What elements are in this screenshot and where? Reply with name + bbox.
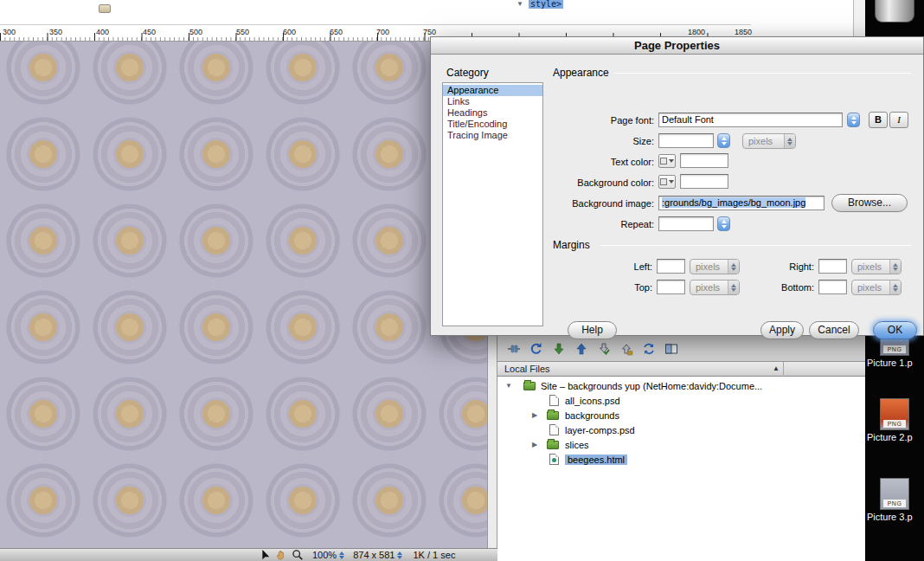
hand-tool-icon[interactable] xyxy=(274,549,287,561)
repeat-stepper[interactable] xyxy=(717,216,730,231)
margin-top-unit-combo[interactable]: pixels xyxy=(690,280,740,295)
png-file-icon: PNG xyxy=(880,478,909,510)
tree-row-label: slices xyxy=(565,440,589,450)
text-color-well[interactable] xyxy=(658,154,676,168)
ruler-number: 400 xyxy=(96,28,109,36)
tree-row-html-selected[interactable]: beegees.html xyxy=(497,452,865,467)
document-canvas[interactable] xyxy=(0,42,487,548)
text-color-field[interactable] xyxy=(680,153,728,168)
tree-row-folder[interactable]: ▶ slices xyxy=(497,437,865,452)
margin-top-label: Top: xyxy=(552,282,652,293)
tree-row-site[interactable]: ▼ Site – backgrounds yup (NetHome:davidy… xyxy=(497,378,865,393)
ok-button[interactable]: OK xyxy=(873,321,917,339)
margin-right-unit-combo[interactable]: pixels xyxy=(851,259,902,274)
site-connect-icon[interactable] xyxy=(506,341,521,356)
window-size-select[interactable]: 874 x 581 xyxy=(353,550,402,560)
local-files-header-label: Local Files xyxy=(504,364,550,374)
ruler-number: 650 xyxy=(330,28,343,36)
apply-button[interactable]: Apply xyxy=(760,321,804,339)
tree-row-folder[interactable]: ▶ backgrounds xyxy=(497,408,865,422)
page-font-field[interactable]: Default Font xyxy=(658,113,843,127)
dialog-body: Category Appearance Links Headings Title… xyxy=(431,55,923,335)
browse-button[interactable]: Browse... xyxy=(831,194,908,212)
unit-value: pixels xyxy=(857,282,882,293)
size-stepper[interactable] xyxy=(717,133,730,148)
synchronize-icon[interactable] xyxy=(641,341,656,356)
local-files-column-header[interactable]: Local Files ▲ xyxy=(497,362,865,377)
italic-button[interactable]: I xyxy=(889,112,908,128)
ruler-number: 350 xyxy=(49,28,62,36)
background-color-label: Background color: xyxy=(483,177,654,188)
bold-button[interactable]: B xyxy=(869,112,888,128)
folder-icon xyxy=(547,411,559,420)
page-font-stepper[interactable] xyxy=(847,113,860,127)
check-out-icon[interactable] xyxy=(596,341,611,356)
download-stats: 1K / 1 sec xyxy=(413,550,455,560)
code-scrollbar[interactable] xyxy=(853,0,865,36)
disclosure-closed-icon[interactable]: ▶ xyxy=(530,441,539,448)
size-unit-combo[interactable]: pixels xyxy=(742,133,796,149)
get-files-icon[interactable] xyxy=(551,341,566,356)
zoom-level-select[interactable]: 100% xyxy=(312,550,344,560)
background-image-field[interactable]: :grounds/bg_images/bg_moon.jpg xyxy=(658,196,825,210)
files-tree: ▼ Site – backgrounds yup (NetHome:davidy… xyxy=(497,378,865,467)
zoom-level-value: 100% xyxy=(312,550,337,560)
section-divider xyxy=(614,73,911,74)
dialog-title: Page Properties xyxy=(431,37,923,55)
margin-left-unit-combo[interactable]: pixels xyxy=(690,259,740,274)
color-swatch xyxy=(660,178,667,185)
background-color-well[interactable] xyxy=(658,175,676,189)
repeat-field[interactable] xyxy=(658,216,714,231)
ruler-number: 300 xyxy=(3,28,16,36)
category-item-appearance[interactable]: Appearance xyxy=(443,85,542,96)
check-in-icon[interactable] xyxy=(619,341,633,356)
document-toolbar xyxy=(0,0,497,24)
psd-file-icon xyxy=(549,424,559,435)
tree-row-label: all_icons.psd xyxy=(565,396,620,406)
tree-row-label: backgrounds xyxy=(565,410,619,421)
status-tools xyxy=(258,549,304,561)
combo-arrows-icon xyxy=(889,280,901,294)
margin-bottom-unit-combo[interactable]: pixels xyxy=(851,280,902,295)
background-color-field[interactable] xyxy=(680,174,728,189)
ruler-number: 1800 xyxy=(688,28,705,36)
expand-files-panel-icon[interactable] xyxy=(664,341,678,356)
zoom-tool-icon[interactable] xyxy=(291,549,304,561)
refresh-icon[interactable] xyxy=(529,341,543,356)
sort-indicator-icon[interactable]: ▲ xyxy=(773,364,780,372)
put-files-icon[interactable] xyxy=(574,341,588,356)
tree-row-file[interactable]: all_icons.psd xyxy=(497,393,865,408)
margins-section-title: Margins xyxy=(553,239,590,251)
disclosure-open-icon[interactable]: ▼ xyxy=(504,382,513,390)
window-size-value: 874 x 581 xyxy=(353,550,395,560)
trash-icon[interactable] xyxy=(875,0,914,23)
chevron-down-icon xyxy=(669,159,674,163)
margin-top-field[interactable] xyxy=(657,280,685,294)
ruler-number: 550 xyxy=(236,28,249,36)
code-marker-icon xyxy=(99,4,111,13)
png-badge: PNG xyxy=(883,500,906,507)
disclosure-closed-icon[interactable]: ▶ xyxy=(530,411,539,419)
desktop-icon-picture-2[interactable]: PNG Picture 2.p xyxy=(865,398,924,442)
desktop-icon-picture-3[interactable]: PNG Picture 3.p xyxy=(865,478,924,522)
section-divider xyxy=(600,245,911,246)
category-item-links[interactable]: Links xyxy=(443,96,542,107)
margin-bottom-field[interactable] xyxy=(818,280,847,294)
margin-left-field[interactable] xyxy=(657,259,685,274)
page-properties-dialog: Page Properties Category Appearance Link… xyxy=(430,36,924,336)
tree-row-file[interactable]: layer-comps.psd xyxy=(497,422,865,437)
ruler-number: 1850 xyxy=(735,28,752,36)
select-tool-icon[interactable] xyxy=(258,549,271,561)
chevron-updown-icon xyxy=(339,551,344,559)
background-image-value: :grounds/bg_images/bg_moon.jpg xyxy=(662,197,805,208)
repeat-label: Repeat: xyxy=(483,219,654,229)
size-label: Size: xyxy=(483,136,654,146)
help-button[interactable]: Help xyxy=(568,321,617,339)
cancel-button[interactable]: Cancel xyxy=(809,321,859,339)
combo-arrows-icon xyxy=(784,134,795,148)
size-field[interactable] xyxy=(658,133,714,148)
margin-right-field[interactable] xyxy=(818,259,847,274)
tree-row-label: Site – backgrounds yup (NetHome:davidy:D… xyxy=(541,381,762,391)
column-divider[interactable] xyxy=(783,362,784,377)
disclosure-triangle-icon[interactable]: ▼ xyxy=(517,0,523,8)
